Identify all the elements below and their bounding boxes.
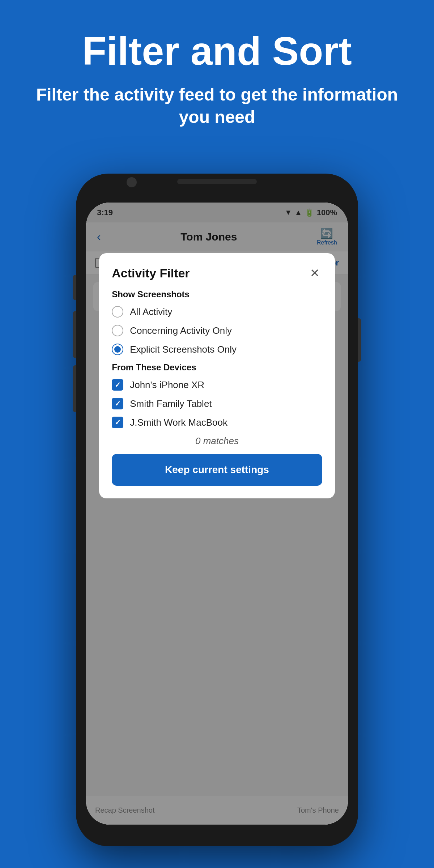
checkbox-iphone-xr-label: John's iPhone XR bbox=[130, 379, 204, 391]
radio-all-activity-label: All Activity bbox=[130, 306, 172, 318]
phone-mockup: 3:19 ▼ ▲ 🔋 100% ‹ Tom Jones 🔄 Refresh Ex… bbox=[76, 174, 358, 846]
checkmark-icon: ✓ bbox=[115, 380, 121, 389]
radio-all-activity[interactable]: All Activity bbox=[112, 306, 322, 318]
phone-side-left2 bbox=[73, 311, 76, 358]
phone-screen: 3:19 ▼ ▲ 🔋 100% ‹ Tom Jones 🔄 Refresh Ex… bbox=[86, 203, 348, 825]
phone-speaker bbox=[177, 179, 257, 184]
checkmark-icon-3: ✓ bbox=[115, 418, 121, 427]
hero-subtitle: Filter the activity feed to get the info… bbox=[22, 84, 412, 129]
modal-header: Activity Filter ✕ bbox=[112, 266, 322, 280]
radio-concerning-activity-button[interactable] bbox=[112, 325, 123, 336]
radio-all-activity-button[interactable] bbox=[112, 306, 123, 318]
checkbox-macbook[interactable]: ✓ J.Smith Work MacBook bbox=[112, 417, 322, 428]
matches-text: 0 matches bbox=[112, 435, 322, 447]
phone-side-left3 bbox=[73, 365, 76, 412]
radio-explicit-screenshots[interactable]: Explicit Screenshots Only bbox=[112, 344, 322, 355]
show-screenshots-title: Show Screenshots bbox=[112, 289, 322, 299]
phone-camera bbox=[127, 177, 137, 187]
checkmark-icon-2: ✓ bbox=[115, 399, 121, 408]
close-button[interactable]: ✕ bbox=[308, 266, 322, 280]
hero-title: Filter and Sort bbox=[22, 29, 412, 73]
checkbox-iphone-xr-box[interactable]: ✓ bbox=[112, 379, 123, 391]
checkbox-iphone-xr[interactable]: ✓ John's iPhone XR bbox=[112, 379, 322, 391]
radio-explicit-screenshots-button[interactable] bbox=[112, 344, 123, 355]
radio-concerning-activity[interactable]: Concerning Activity Only bbox=[112, 325, 322, 336]
phone-side-right bbox=[358, 318, 361, 362]
phone-side-left1 bbox=[73, 275, 76, 300]
activity-filter-modal: Activity Filter ✕ Show Screenshots All A… bbox=[99, 253, 335, 498]
checkbox-family-tablet[interactable]: ✓ Smith Family Tablet bbox=[112, 398, 322, 409]
checkbox-family-tablet-box[interactable]: ✓ bbox=[112, 398, 123, 409]
radio-concerning-activity-label: Concerning Activity Only bbox=[130, 325, 232, 336]
from-devices-title: From These Devices bbox=[112, 362, 322, 373]
checkbox-macbook-label: J.Smith Work MacBook bbox=[130, 417, 227, 428]
checkbox-macbook-box[interactable]: ✓ bbox=[112, 417, 123, 428]
hero-section: Filter and Sort Filter the activity feed… bbox=[0, 0, 434, 143]
radio-selected-dot bbox=[114, 346, 121, 353]
modal-overlay: Activity Filter ✕ Show Screenshots All A… bbox=[86, 203, 348, 825]
checkbox-family-tablet-label: Smith Family Tablet bbox=[130, 398, 212, 409]
modal-title: Activity Filter bbox=[112, 266, 190, 280]
radio-explicit-screenshots-label: Explicit Screenshots Only bbox=[130, 344, 237, 355]
keep-settings-button[interactable]: Keep current settings bbox=[112, 454, 322, 486]
